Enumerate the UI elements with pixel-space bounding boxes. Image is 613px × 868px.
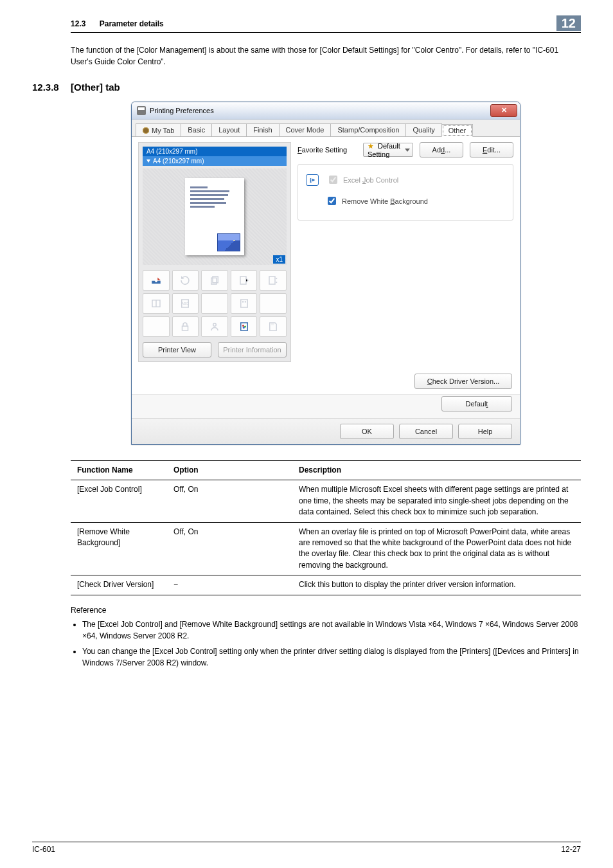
rotate-icon[interactable] (172, 270, 199, 291)
chapter-badge: 12 (556, 15, 581, 31)
tab-layout[interactable]: Layout (211, 123, 247, 136)
col-option: Option (167, 461, 292, 480)
spacer-icon-2 (260, 293, 287, 314)
list-item: The [Excel Job Control] and [Remove Whit… (82, 619, 581, 642)
star-icon: ★ (368, 142, 374, 150)
tab-other[interactable]: Other (441, 124, 474, 137)
tab-my-tab[interactable]: My Tab (136, 123, 181, 136)
parameter-table: Function Name Option Description [Excel … (71, 460, 581, 595)
add-favorite-button[interactable]: Add... (420, 142, 463, 158)
spacer-icon-3 (143, 316, 170, 337)
svg-point-12 (213, 323, 217, 327)
tab-basic[interactable]: Basic (181, 123, 212, 136)
col-description: Description (292, 461, 581, 480)
svg-rect-10 (244, 301, 245, 302)
reference-heading: Reference (71, 606, 581, 615)
spacer-icon-1 (201, 293, 228, 314)
info-icon[interactable]: i▸ (306, 174, 319, 186)
cell-name: [Remove White Background] (71, 522, 167, 575)
user-icon[interactable] (201, 316, 228, 337)
intro-paragraph: The function of the [Color Management] i… (71, 44, 581, 68)
svg-rect-8 (240, 300, 247, 307)
printer-icon (137, 106, 146, 115)
preview-area: x1 (143, 168, 287, 265)
excel-job-control-input[interactable] (329, 176, 337, 184)
excel-job-control-checkbox[interactable]: Excel Job Control (326, 174, 398, 186)
subsection-number: 12.3.8 (32, 82, 71, 93)
zoom-badge: x1 (273, 255, 285, 264)
footer-right: 12-27 (561, 845, 581, 854)
favorite-setting-label: Favorite Setting (298, 146, 357, 154)
window-close-button[interactable]: ✕ (490, 104, 517, 117)
col-function-name: Function Name (71, 461, 167, 480)
cell-option: Off, On (167, 480, 292, 522)
tabstrip: My Tab Basic Layout Finish Cover Mode St… (132, 120, 520, 137)
overlay-icon[interactable] (231, 293, 258, 314)
lock-icon[interactable] (172, 316, 199, 337)
table-row: [Check Driver Version] − Click this butt… (71, 575, 581, 595)
edit-favorite-button[interactable]: Edit... (470, 142, 513, 158)
printer-view-button[interactable]: Printer View (143, 342, 211, 357)
page-footer: IC-601 12-27 (32, 842, 581, 854)
booklet-icon[interactable] (143, 293, 170, 314)
cell-desc: Click this button to display the printer… (292, 575, 581, 595)
svg-point-4 (276, 278, 277, 279)
color-settings-icon[interactable] (231, 316, 258, 337)
preview-size-original: A4 (210x297 mm) (143, 147, 287, 156)
save-icon[interactable] (260, 316, 287, 337)
other-options-group: i▸ Excel Job Control Remove White Backgr… (298, 164, 513, 221)
cell-desc: When an overlay file is printed on top o… (292, 522, 581, 575)
svg-rect-1 (213, 276, 218, 283)
dialog-printing-preferences: Printing Preferences ✕ My Tab Basic Layo… (131, 102, 520, 445)
preview-size-output: A4 (210x297 mm) (143, 156, 287, 166)
svg-rect-17 (271, 323, 274, 325)
copies-icon[interactable] (201, 270, 228, 291)
tab-quality[interactable]: Quality (405, 123, 441, 136)
staple-icon[interactable] (231, 270, 258, 291)
arrow-down-icon (147, 159, 150, 163)
default-button[interactable]: Default (441, 396, 512, 411)
header-section-title: Parameter details (100, 19, 164, 28)
tab-finish[interactable]: Finish (246, 123, 279, 136)
preview-panel: A4 (210x297 mm) A4 (210x297 mm) x1 (138, 142, 291, 362)
svg-rect-0 (211, 278, 217, 284)
preview-photo-icon (217, 233, 240, 251)
window-title: Printing Preferences (150, 107, 214, 114)
cell-name: [Check Driver Version] (71, 575, 167, 595)
svg-point-16 (242, 327, 244, 329)
favorite-setting-dropdown[interactable]: ★Default Setting (363, 143, 413, 157)
svg-rect-3 (269, 276, 275, 284)
cell-name: [Excel Job Control] (71, 480, 167, 522)
dialog-button-bar: OK Cancel Help (132, 418, 520, 444)
remove-white-background-checkbox[interactable]: Remove White Background (325, 195, 505, 207)
printer-information-button[interactable]: Printer Information (218, 342, 287, 357)
preview-option-icons: ABC (143, 270, 287, 337)
page-header: 12.3 Parameter details 12 (71, 19, 581, 33)
output-tray-icon[interactable] (143, 270, 170, 291)
subsection-heading: 12.3.8 [Other] tab (32, 82, 581, 93)
header-section-number: 12.3 (71, 19, 85, 28)
remove-white-background-input[interactable] (328, 197, 336, 205)
svg-rect-2 (240, 276, 246, 284)
table-row: [Excel Job Control] Off, On When multipl… (71, 480, 581, 522)
window-titlebar: Printing Preferences ✕ (132, 102, 520, 120)
check-driver-version-button[interactable]: Check Driver Version... (414, 374, 512, 389)
chevron-down-icon (405, 149, 410, 152)
tab-stamp-composition[interactable]: Stamp/Composition (330, 123, 406, 136)
svg-rect-9 (242, 301, 244, 302)
svg-text:ABC: ABC (182, 302, 189, 305)
favorite-setting-row: Favorite Setting ★Default Setting Add...… (298, 142, 513, 158)
watermark-icon[interactable]: ABC (172, 293, 199, 314)
list-item: You can change the [Excel Job Control] s… (82, 646, 581, 669)
tab-cover-mode[interactable]: Cover Mode (279, 123, 332, 136)
gear-icon (143, 127, 149, 134)
cell-desc: When multiple Microsoft Excel sheets wit… (292, 480, 581, 522)
table-header-row: Function Name Option Description (71, 461, 581, 480)
help-button[interactable]: Help (458, 424, 512, 439)
cancel-button[interactable]: Cancel (399, 424, 453, 439)
ok-button[interactable]: OK (340, 424, 394, 439)
footer-left: IC-601 (32, 845, 55, 854)
svg-point-5 (276, 282, 277, 283)
subsection-title: [Other] tab (71, 82, 120, 93)
punch-icon[interactable] (260, 270, 287, 291)
